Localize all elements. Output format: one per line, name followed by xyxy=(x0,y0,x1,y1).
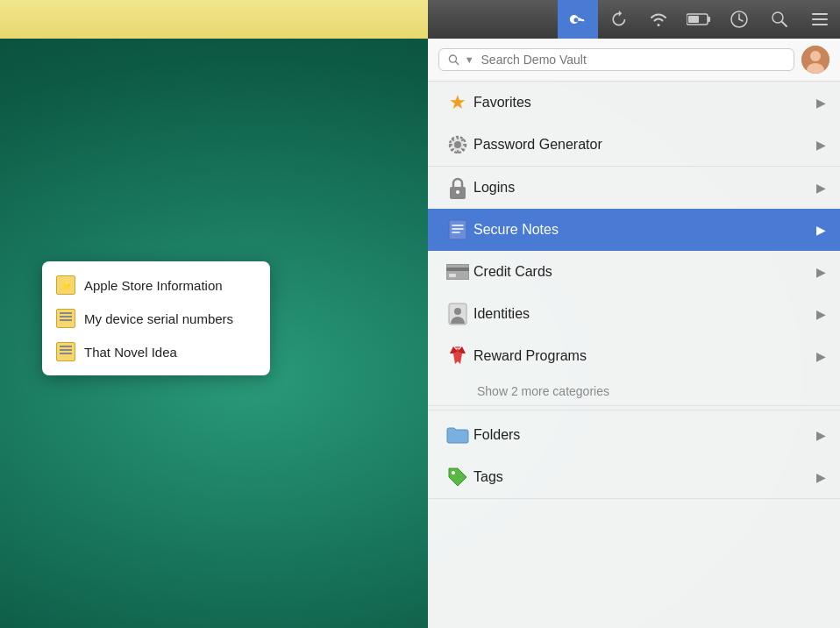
menu-divider xyxy=(428,410,840,410)
svg-point-43 xyxy=(452,471,455,475)
search-bar: ▼ xyxy=(428,39,840,82)
svg-rect-38 xyxy=(446,268,469,271)
identities-icon-area xyxy=(442,298,473,330)
ribbon-icon xyxy=(446,346,469,366)
avatar-image xyxy=(801,46,829,74)
menu-item-password-generator[interactable]: Password Generator ▶ xyxy=(428,124,840,166)
svg-rect-37 xyxy=(446,264,469,280)
note-icon-novel xyxy=(56,342,75,361)
svg-rect-12 xyxy=(708,17,710,22)
folders-chevron: ▶ xyxy=(816,428,826,442)
submenu-item-novel-idea[interactable]: That Novel Idea xyxy=(42,335,270,368)
logins-chevron: ▶ xyxy=(816,181,826,195)
svg-rect-33 xyxy=(449,220,466,239)
menu-item-logins[interactable]: Logins ▶ xyxy=(428,167,840,209)
password-gen-chevron: ▶ xyxy=(816,138,826,152)
menu-section-categories: Logins ▶ Secure Notes ▶ xyxy=(428,167,840,406)
menu-item-folders[interactable]: Folders ▶ xyxy=(428,414,840,456)
card-icon xyxy=(446,264,469,280)
reward-programs-label: Reward Programs xyxy=(473,348,816,364)
secure-notes-label: Secure Notes xyxy=(473,222,816,238)
search-input-wrapper[interactable]: ▼ xyxy=(438,48,794,71)
reward-programs-icon-area xyxy=(442,340,473,372)
person-icon xyxy=(448,303,467,325)
svg-rect-39 xyxy=(449,274,456,277)
password-gen-label: Password Generator xyxy=(473,137,816,153)
toolbar-history-btn[interactable] xyxy=(598,0,638,39)
svg-point-17 xyxy=(772,12,783,23)
credit-cards-chevron: ▶ xyxy=(816,265,826,279)
folders-label: Folders xyxy=(473,427,816,443)
toolbar-list-btn[interactable] xyxy=(800,0,840,39)
menu-section-bottom: Folders ▶ Tags ▶ xyxy=(428,414,840,499)
show-more-categories[interactable]: Show 2 more categories xyxy=(428,377,840,405)
svg-point-25 xyxy=(810,51,821,61)
menu-item-reward-programs[interactable]: Reward Programs ▶ xyxy=(428,335,840,377)
tags-icon-area xyxy=(442,461,473,493)
svg-rect-42 xyxy=(455,346,460,348)
menu-section-top: ★ Favorites ▶ Password Generator xyxy=(428,82,840,167)
star-icon: ★ xyxy=(449,91,466,114)
favorites-icon-area: ★ xyxy=(442,87,473,118)
tags-label: Tags xyxy=(473,469,816,485)
submenu-item-device-serial[interactable]: My device serial numbers xyxy=(42,302,270,335)
identities-label: Identities xyxy=(473,306,816,322)
svg-line-16 xyxy=(739,19,743,21)
submenu-item-novel-label: That Novel Idea xyxy=(84,345,177,360)
credit-cards-icon-area xyxy=(442,256,473,288)
dropdown-menu: ▼ ★ Favorites ▶ xyxy=(428,0,840,628)
tag-icon xyxy=(447,467,468,488)
svg-rect-13 xyxy=(688,16,699,23)
lock-icon xyxy=(448,176,467,199)
folders-icon-area xyxy=(442,419,473,451)
favorites-chevron: ▶ xyxy=(816,96,826,110)
secure-notes-icon-area xyxy=(442,214,473,246)
note-star-icon: ⭐ xyxy=(56,275,75,295)
submenu-item-device-label: My device serial numbers xyxy=(84,311,233,326)
secure-notes-submenu: ⭐ Apple Store Information My device seri… xyxy=(42,261,270,375)
logins-label: Logins xyxy=(473,180,816,196)
folder-icon xyxy=(446,426,469,444)
submenu-item-apple-store[interactable]: ⭐ Apple Store Information xyxy=(42,268,270,302)
avatar[interactable] xyxy=(801,46,829,74)
toolbar xyxy=(428,0,840,39)
toolbar-battery-btn[interactable] xyxy=(679,0,719,39)
credit-cards-label: Credit Cards xyxy=(473,264,816,280)
search-icon xyxy=(448,54,459,66)
search-input[interactable] xyxy=(481,53,785,67)
note-icon-device xyxy=(56,309,75,328)
secure-notes-chevron: ▶ xyxy=(816,223,826,237)
gear-icon xyxy=(447,134,468,155)
favorites-label: Favorites xyxy=(473,95,816,111)
toolbar-wifi-btn[interactable] xyxy=(638,0,679,39)
tags-chevron: ▶ xyxy=(816,470,826,484)
svg-line-18 xyxy=(782,22,787,26)
search-dropdown-arrow[interactable]: ▼ xyxy=(465,54,474,65)
logins-icon-area xyxy=(442,172,473,203)
note-icon xyxy=(448,219,467,240)
menu-item-secure-notes[interactable]: Secure Notes ▶ xyxy=(428,209,840,251)
identities-chevron: ▶ xyxy=(816,307,826,321)
toolbar-key-btn[interactable] xyxy=(558,0,598,39)
menu-item-credit-cards[interactable]: Credit Cards ▶ xyxy=(428,251,840,293)
svg-line-23 xyxy=(456,61,459,64)
menu-item-favorites[interactable]: ★ Favorites ▶ xyxy=(428,82,840,124)
menu-item-identities[interactable]: Identities ▶ xyxy=(428,293,840,335)
svg-point-30 xyxy=(454,141,461,148)
svg-point-41 xyxy=(454,308,461,315)
reward-programs-chevron: ▶ xyxy=(816,349,826,363)
password-gen-icon-area xyxy=(442,129,473,161)
toolbar-search-btn[interactable] xyxy=(759,0,800,39)
menu-items: ★ Favorites ▶ Password Generator xyxy=(428,82,840,628)
menu-item-tags[interactable]: Tags ▶ xyxy=(428,456,840,498)
toolbar-clock-btn[interactable] xyxy=(719,0,759,39)
submenu-item-apple-store-label: Apple Store Information xyxy=(84,278,223,293)
svg-point-32 xyxy=(456,190,459,194)
